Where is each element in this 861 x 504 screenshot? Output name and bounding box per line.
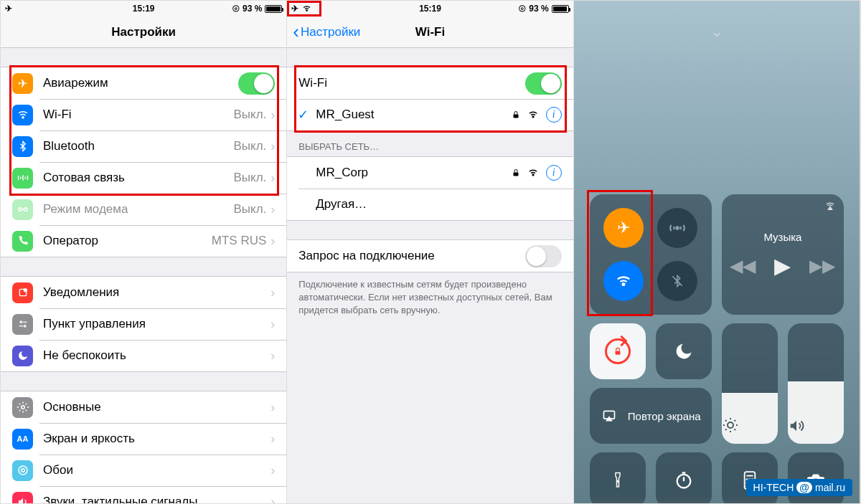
chevron-right-icon: › [270, 285, 275, 300]
check-icon: ✓ [296, 107, 310, 123]
svg-point-2 [19, 208, 22, 211]
chevron-right-icon: › [270, 108, 275, 123]
wifi-group-main: Wi-Fi ✓ MR_Guest i [287, 67, 573, 131]
wifi-icon [301, 4, 312, 13]
row-carrier[interactable]: Оператор MTS RUS › [1, 225, 286, 257]
wifi-icon [527, 168, 539, 178]
chevron-right-icon: › [270, 348, 275, 363]
settings-group-connectivity: ✈ Авиарежим Wi-Fi Выкл. › Bluetooth Выкл… [1, 67, 286, 257]
row-label: Авиарежим [43, 76, 238, 90]
watermark: HI-TECH @ mail.ru [746, 479, 852, 496]
row-label: Режим модема [43, 202, 233, 217]
row-wifi-toggle[interactable]: Wi-Fi [287, 67, 573, 99]
ask-toggle[interactable] [525, 245, 562, 267]
settings-screen: ✈ 15:19 ⦾ 93 % Настройки ✈ Авиарежим Wi-… [1, 1, 287, 503]
dnd-toggle[interactable] [656, 323, 712, 379]
row-network[interactable]: MR_Corp i [287, 157, 573, 189]
network-name: MR_Corp [316, 166, 511, 180]
row-label: Bluetooth [43, 139, 233, 153]
row-wallpaper[interactable]: Обои › [1, 455, 286, 486]
svg-point-14 [306, 10, 308, 11]
bluetooth-toggle[interactable] [657, 261, 697, 301]
row-label: Пункт управления [43, 317, 270, 331]
row-value: Выкл. [233, 108, 266, 122]
row-dnd[interactable]: Не беспокоить › [1, 340, 286, 371]
airplane-toggle[interactable] [238, 72, 275, 95]
notifications-icon [12, 282, 33, 303]
wallpaper-icon [12, 460, 33, 481]
control-center-grid: ✈ Музыка ◀◀ ▶ ▶▶ [590, 194, 844, 503]
chevron-down-icon[interactable]: ⌄ [574, 22, 860, 41]
timer-button[interactable] [656, 452, 712, 503]
ask-description: Подключение к известным сетям будет прои… [287, 272, 573, 318]
svg-rect-17 [513, 173, 518, 176]
next-button[interactable]: ▶▶ [809, 256, 835, 276]
row-wifi[interactable]: Wi-Fi Выкл. › [1, 99, 286, 130]
row-display[interactable]: AA Экран и яркость › [1, 423, 286, 455]
svg-point-3 [24, 208, 27, 211]
row-label: Уведомления [43, 285, 270, 300]
flashlight-button[interactable] [590, 452, 646, 503]
chevron-right-icon: › [270, 400, 275, 415]
row-general[interactable]: Основные › [1, 391, 286, 423]
row-value: MTS RUS [212, 234, 267, 248]
svg-point-6 [24, 289, 27, 292]
orientation-lock-toggle[interactable] [590, 323, 646, 379]
alarm-icon: ⦾ [519, 4, 526, 14]
row-label: Запрос на подключение [298, 249, 524, 263]
nav-bar: ‹ Настройки Wi-Fi [287, 16, 573, 48]
music-module[interactable]: Музыка ◀◀ ▶ ▶▶ [722, 194, 844, 315]
chevron-right-icon: › [270, 139, 275, 154]
chevron-right-icon: › [270, 317, 275, 332]
battery-icon [265, 5, 282, 13]
brightness-icon [722, 417, 778, 434]
play-button[interactable]: ▶ [774, 253, 791, 278]
bluetooth-icon [12, 136, 33, 157]
row-cellular[interactable]: Сотовая связь Выкл. › [1, 162, 286, 194]
row-ask-join[interactable]: Запрос на подключение [287, 240, 573, 272]
chevron-right-icon: › [270, 202, 275, 217]
back-button[interactable]: ‹ Настройки [293, 21, 360, 43]
row-label: Звуки, тактильные сигналы [43, 495, 270, 503]
row-notifications[interactable]: Уведомления › [1, 277, 286, 308]
nav-bar: Настройки [1, 16, 286, 48]
music-title: Музыка [763, 231, 801, 243]
airplay-icon[interactable] [824, 200, 837, 211]
svg-point-12 [19, 466, 27, 475]
row-hotspot[interactable]: Режим модема Выкл. › [1, 194, 286, 225]
info-button[interactable]: i [546, 165, 562, 181]
battery-pct: 93 % [243, 4, 262, 14]
row-controlcenter[interactable]: Пункт управления › [1, 308, 286, 340]
moon-icon [12, 346, 33, 366]
row-airplane[interactable]: ✈ Авиарежим [1, 67, 286, 99]
svg-rect-23 [615, 351, 620, 354]
prev-button[interactable]: ◀◀ [730, 256, 756, 276]
row-connected-network[interactable]: ✓ MR_Guest i [287, 99, 573, 130]
connectivity-module: ✈ [590, 194, 712, 315]
screen-mirror-icon [601, 409, 618, 423]
volume-slider[interactable] [788, 323, 844, 444]
svg-marker-22 [828, 206, 832, 209]
lock-icon [512, 110, 520, 120]
row-other-network[interactable]: Другая… [287, 189, 573, 220]
wifi-icon [12, 105, 33, 125]
cellular-toggle[interactable] [657, 208, 697, 248]
volume-icon [788, 418, 844, 434]
brightness-slider[interactable] [722, 323, 778, 444]
wifi-toggle[interactable] [603, 261, 644, 301]
airplane-toggle[interactable]: ✈ [603, 208, 644, 248]
row-bluetooth[interactable]: Bluetooth Выкл. › [1, 130, 286, 162]
lock-icon [605, 338, 631, 364]
info-button[interactable]: i [546, 107, 562, 123]
wifi-group-ask: Запрос на подключение [287, 239, 573, 272]
airplane-icon: ✈ [5, 4, 12, 14]
cellular-icon [12, 168, 33, 189]
svg-point-24 [728, 422, 733, 428]
airplane-icon: ✈ [12, 73, 33, 94]
wifi-toggle[interactable] [525, 72, 562, 95]
status-bar: ✈ 15:19 ⦾ 93 % [287, 1, 573, 16]
svg-marker-26 [606, 417, 611, 421]
screen-mirror-button[interactable]: Повтор экрана [590, 388, 712, 444]
chevron-right-icon: › [270, 463, 275, 478]
row-sounds[interactable]: Звуки, тактильные сигналы › [1, 486, 286, 503]
